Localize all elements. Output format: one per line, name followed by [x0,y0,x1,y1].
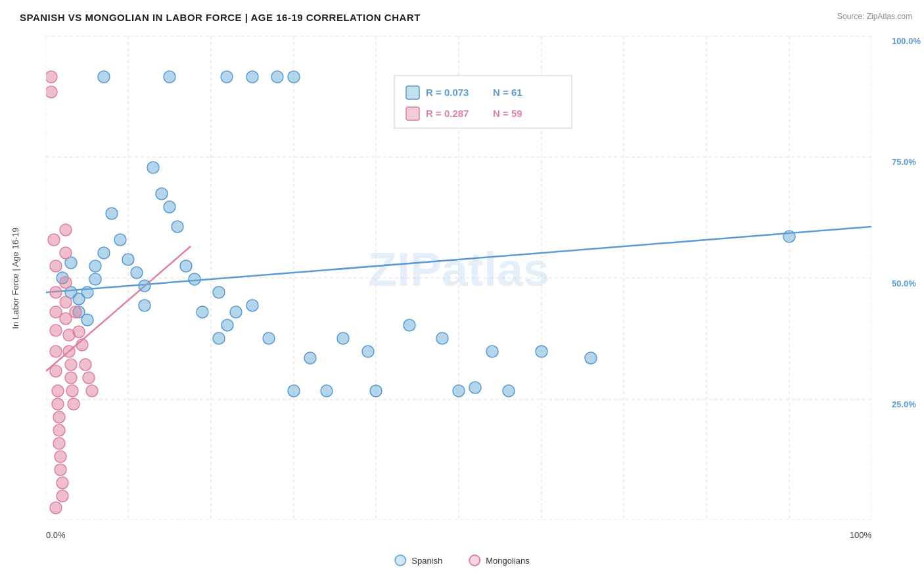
svg-point-50 [321,385,333,397]
svg-point-59 [503,385,515,397]
svg-point-104 [50,502,62,514]
svg-point-43 [213,286,225,298]
svg-point-67 [271,71,283,83]
svg-point-78 [52,385,64,397]
chart-container: SPANISH VS MONGOLIAN IN LABOR FORCE | AG… [0,0,924,586]
svg-point-36 [156,188,168,200]
svg-point-84 [55,464,66,476]
chart-legend: Spanish Mongolians [394,554,529,566]
svg-point-85 [57,477,68,489]
svg-point-93 [63,346,75,357]
svg-point-64 [164,71,175,83]
svg-text:R = 0.287: R = 0.287 [426,108,469,119]
svg-text:N = 59: N = 59 [493,108,522,119]
svg-point-49 [304,352,316,364]
svg-point-25 [81,286,93,298]
svg-point-95 [65,372,77,384]
y-label-25: 25.0% [892,399,916,409]
svg-point-82 [53,438,65,449]
svg-point-29 [106,208,118,219]
svg-point-53 [370,385,382,397]
svg-point-88 [60,247,72,259]
y-label-50: 50.0% [892,279,916,288]
svg-rect-109 [406,107,419,120]
chart-title: SPANISH VS MONGOLIAN IN LABOR FORCE | AG… [20,12,421,23]
y-label-100: 100.0% [892,36,921,46]
svg-point-77 [50,365,62,377]
svg-point-41 [196,306,208,318]
svg-point-30 [114,234,126,246]
svg-point-99 [73,326,85,338]
legend-color-spanish [394,554,406,566]
svg-point-83 [55,451,66,462]
svg-point-45 [230,306,242,318]
svg-point-48 [288,385,300,397]
svg-text:N = 61: N = 61 [493,87,522,98]
legend-item-spanish: Spanish [394,554,442,566]
svg-point-51 [337,332,349,344]
svg-point-66 [246,71,258,83]
svg-point-58 [486,346,498,357]
chart-svg: ZIPatlas [46,36,871,520]
legend-label-spanish: Spanish [411,556,442,566]
svg-point-76 [50,346,62,357]
svg-point-79 [52,398,64,410]
svg-point-60 [536,346,547,357]
svg-point-55 [436,332,448,344]
svg-text:R = 0.073: R = 0.073 [426,87,469,98]
svg-point-52 [362,346,374,357]
y-label-75: 75.0% [892,157,916,167]
svg-point-71 [48,234,60,246]
svg-point-35 [147,162,159,173]
svg-rect-105 [394,76,572,128]
svg-point-70 [46,86,57,98]
svg-point-103 [86,385,98,397]
svg-point-98 [70,306,81,318]
legend-label-mongolians: Mongolians [486,556,530,566]
svg-point-65 [221,71,233,83]
svg-point-62 [783,231,795,242]
legend-item-mongolians: Mongolians [469,554,530,566]
svg-point-34 [139,300,150,311]
svg-point-73 [50,286,62,298]
svg-point-31 [122,254,134,265]
chart-area: ZIPatlas [46,36,871,520]
x-label-100: 100% [850,530,871,540]
svg-point-63 [98,71,110,83]
svg-point-80 [53,411,65,423]
svg-point-56 [453,385,465,397]
svg-text:ZIPatlas: ZIPatlas [368,243,549,296]
svg-point-44 [221,319,233,331]
svg-point-26 [89,273,101,285]
svg-point-24 [81,314,93,326]
svg-point-57 [469,382,481,394]
svg-point-38 [172,221,183,233]
source-label: Source: ZipAtlas.com [837,12,912,21]
svg-point-28 [98,247,110,259]
svg-point-87 [60,224,72,236]
svg-point-94 [65,359,77,371]
svg-point-90 [60,296,72,308]
svg-point-89 [60,277,72,288]
svg-point-32 [131,267,143,279]
svg-point-97 [68,398,80,410]
legend-color-mongolians [469,554,480,566]
svg-point-75 [50,325,62,336]
svg-point-81 [53,424,65,436]
y-axis-label: In Labor Force | Age 16-19 [11,227,20,328]
svg-point-100 [76,339,88,351]
svg-point-72 [50,260,62,272]
svg-point-61 [585,352,597,364]
svg-point-46 [246,300,258,311]
svg-point-54 [404,319,415,331]
svg-point-27 [89,260,101,272]
svg-point-69 [46,71,57,83]
svg-point-86 [57,490,68,502]
svg-point-68 [288,71,300,83]
svg-point-101 [80,359,91,371]
svg-point-47 [263,332,275,344]
svg-point-33 [139,280,150,292]
svg-rect-106 [406,86,419,99]
svg-point-40 [189,273,200,285]
x-label-0: 0.0% [46,530,66,540]
